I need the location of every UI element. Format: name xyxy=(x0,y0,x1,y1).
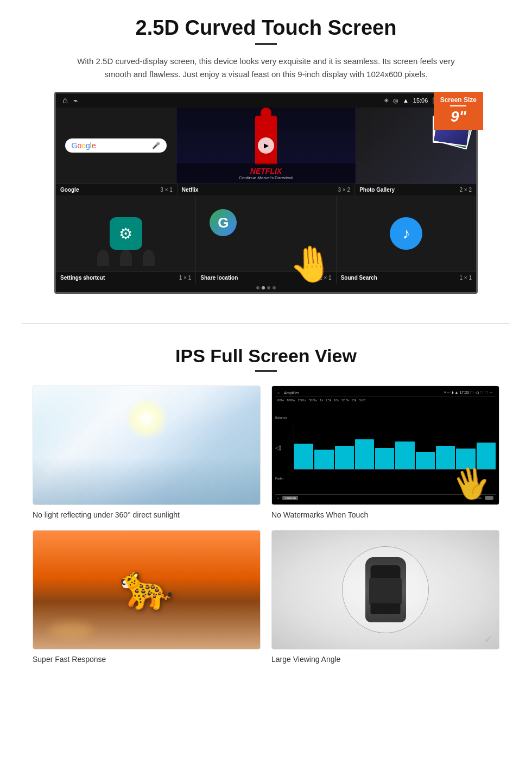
feature-car: ↙ Large Viewing Angle xyxy=(271,530,499,664)
settings-app-cell[interactable]: ⚙ xyxy=(56,195,196,272)
home-icon[interactable]: ⌂ xyxy=(62,96,68,105)
amp-back-icon: « xyxy=(277,496,279,500)
view-angle-arrows: ↙ xyxy=(484,633,492,645)
google-thumbnail: Google 🎤 xyxy=(56,108,176,184)
sound-label: Sound Search 1 × 1 xyxy=(337,272,476,283)
section1-description: With 2.5D curved-display screen, this de… xyxy=(76,55,456,81)
wifi-icon: ▲ xyxy=(403,97,409,104)
music-icon-bg: ♪ xyxy=(390,217,422,250)
netflix-app-cell[interactable]: ▶ NETFLIX Continue Marvel's Daredevil xyxy=(176,108,357,184)
netflix-label: Netflix 3 × 2 xyxy=(178,184,355,195)
status-time: 15:06 xyxy=(413,97,428,104)
sun-glow xyxy=(125,397,168,440)
settings-icon-bg: ⚙ xyxy=(110,217,142,250)
section1-underline xyxy=(255,43,277,45)
amp-bar-1 xyxy=(294,426,313,469)
maps-icon: G xyxy=(210,209,237,236)
app-grid-top: Google 🎤 xyxy=(56,108,476,184)
music-icon-container: ♪ xyxy=(390,217,422,250)
horizon xyxy=(33,457,260,504)
play-button[interactable]: ▶ xyxy=(258,137,274,154)
amp-header: ⌂ Amplifier ≡ ··· ◗ ▲ 17:33 ⬚ ◁) ⬚ ⬚ ← xyxy=(275,389,496,396)
amp-home-icon: ⌂ xyxy=(277,391,280,395)
section2-underline xyxy=(255,370,277,372)
amp-icons: ≡ ··· ◗ ▲ 17:33 ⬚ ◁) ⬚ ⬚ ← xyxy=(444,390,493,395)
dd-head xyxy=(261,108,271,118)
settings-thumbnail: ⚙ xyxy=(56,195,195,272)
feature-cheetah: 🐆 Super Fast Response xyxy=(33,530,261,664)
cheetah-silhouette: 🐆 xyxy=(119,562,174,613)
gear-icon: ⚙ xyxy=(119,225,132,243)
mic-icon[interactable]: 🎤 xyxy=(152,142,160,149)
netflix-app-size: 3 × 2 xyxy=(338,187,351,193)
netflix-thumbnail: ▶ NETFLIX Continue Marvel's Daredevil xyxy=(176,108,356,184)
section2-title: IPS Full Screen View xyxy=(33,345,499,367)
page-dot-3[interactable] xyxy=(267,286,270,289)
sound-app-size: 1 × 1 xyxy=(459,275,472,281)
section1-title: 2.5D Curved Touch Screen xyxy=(33,16,499,40)
car-circle-container xyxy=(342,546,429,633)
gallery-app-name: Photo Gallery xyxy=(359,187,395,193)
share-thumbnail: G 🤚 xyxy=(196,195,335,272)
screen-size-badge: Screen Size 9" xyxy=(434,92,483,130)
amp-bar-4 xyxy=(355,426,374,469)
app-label-row-bottom: Settings shortcut 1 × 1 Share location 1… xyxy=(56,272,476,283)
sunlight-image xyxy=(33,386,261,505)
sunlight-visual xyxy=(33,386,260,504)
pagination xyxy=(56,283,476,292)
amp-side-labels: Balance ◁) Fader xyxy=(275,403,292,493)
cheetah-visual: 🐆 xyxy=(33,531,260,649)
google-searchbar[interactable]: Google 🎤 xyxy=(65,138,167,153)
netflix-overlay: NETFLIX Continue Marvel's Daredevil xyxy=(176,163,356,184)
amplifier-caption: No Watermarks When Touch xyxy=(271,510,499,519)
amp-main-area: Balance ◁) Fader xyxy=(275,403,496,493)
amp-title: Amplifier xyxy=(284,391,299,395)
sound-app-name: Sound Search xyxy=(341,275,377,281)
amp-bar-5 xyxy=(375,426,394,469)
amp-bar-2 xyxy=(314,426,333,469)
badge-size: 9" xyxy=(440,108,477,125)
sound-search-cell[interactable]: ♪ xyxy=(337,195,476,272)
netflix-logo: NETFLIX xyxy=(180,167,353,175)
sunlight-caption: No light reflecting under 360° direct su… xyxy=(33,510,261,519)
netflix-app-name: Netflix xyxy=(182,187,199,193)
google-logo: Google xyxy=(72,141,96,150)
status-bar: ⌂ ⌁ ✳ ◎ ▲ 15:06 ⬛ ◁) ✕ ▭ xyxy=(56,93,476,108)
gallery-app-size: 2 × 2 xyxy=(459,187,472,193)
device-wrapper: Screen Size 9" ⌂ ⌁ ✳ ◎ ▲ 15:06 ⬛ ◁) xyxy=(54,92,478,294)
hand-icon: 🤚 xyxy=(287,242,334,287)
share-location-cell[interactable]: G 🤚 xyxy=(196,195,336,272)
car-circle xyxy=(342,546,429,633)
settings-shadows xyxy=(56,250,195,266)
amp-bar-6 xyxy=(395,426,414,469)
amp-sliders: 🖐 xyxy=(294,403,496,493)
google-app-size: 3 × 1 xyxy=(160,187,173,193)
sound-thumbnail: ♪ xyxy=(337,195,476,272)
amplifier-screen: ⌂ Amplifier ≡ ··· ◗ ▲ 17:33 ⬚ ◁) ⬚ ⬚ ← 6… xyxy=(272,386,499,504)
page: 2.5D Curved Touch Screen With 2.5D curve… xyxy=(0,0,532,680)
car-image: ↙ xyxy=(271,530,499,649)
page-dot-1[interactable] xyxy=(256,286,259,289)
car-shape xyxy=(365,557,406,622)
car-visual: ↙ xyxy=(272,531,499,649)
amp-bar-9 xyxy=(456,426,475,469)
page-dot-2[interactable] xyxy=(262,286,265,289)
amp-bar-3 xyxy=(335,426,354,469)
settings-label: Settings shortcut 1 × 1 xyxy=(56,272,196,283)
amp-freq-labels: 60hz100hz200hz500hz1k2.5k10k12.5k15kSUB xyxy=(275,399,496,402)
device-screen: ⌂ ⌁ ✳ ◎ ▲ 15:06 ⬛ ◁) ✕ ▭ xyxy=(54,92,478,294)
section-divider xyxy=(22,323,510,324)
badge-line xyxy=(450,105,466,106)
page-dot-4[interactable] xyxy=(273,286,276,289)
section2: IPS Full Screen View No light reflecting… xyxy=(0,340,532,680)
app-grid-bottom: ⚙ G 🤚 xyxy=(56,195,476,272)
app-label-row-top: Google 3 × 1 Netflix 3 × 2 Photo Gallery… xyxy=(56,184,476,195)
google-app-cell[interactable]: Google 🎤 xyxy=(56,108,176,184)
amp-custom-btn[interactable]: Custom xyxy=(282,496,298,500)
google-app-name: Google xyxy=(60,187,79,193)
car-caption: Large Viewing Angle xyxy=(271,655,499,664)
gallery-label: Photo Gallery 2 × 2 xyxy=(355,184,476,195)
car-body xyxy=(365,557,406,622)
location-icon: ◎ xyxy=(393,97,398,104)
feature-grid: No light reflecting under 360° direct su… xyxy=(33,386,499,664)
